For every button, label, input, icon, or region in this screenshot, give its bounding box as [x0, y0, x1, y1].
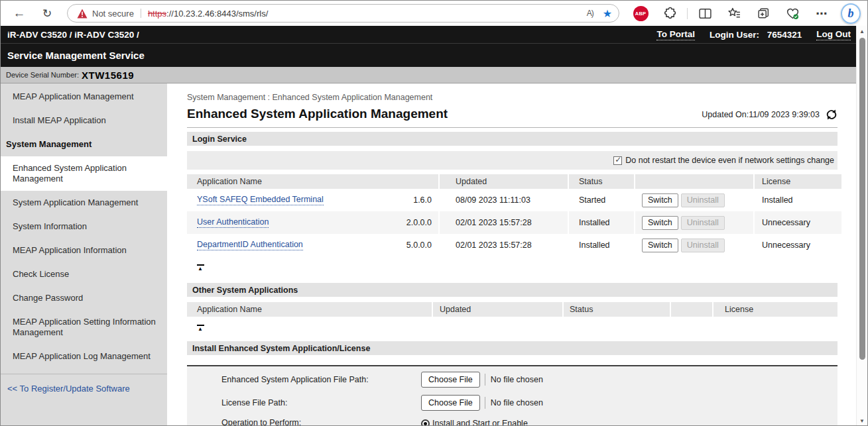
app-link-ysoft-safeq[interactable]: YSoft SAFEQ Embedded Terminal [197, 195, 324, 205]
serial-bar: Device Serial Number: XTW15619 [1, 67, 857, 83]
app-updated: 02/01 2023 15:57:28 [456, 240, 532, 250]
col-status: Status [579, 177, 602, 186]
app-updated: 08/09 2023 11:11:03 [456, 195, 530, 205]
sidebar-item-change-password[interactable]: Change Password [1, 286, 167, 310]
url-scheme: https [148, 9, 166, 19]
uninstall-button[interactable]: Uninstall [681, 193, 725, 207]
app-version: 5.0.0.0 [406, 240, 438, 250]
to-portal-link[interactable]: To Portal [656, 29, 695, 40]
app-status: Installed [579, 240, 610, 250]
section-login-service: Login Service [187, 132, 837, 146]
to-register-update-software-link[interactable]: << To Register/Update Software [7, 384, 130, 394]
toolbar-extensions-area: ABP [626, 3, 863, 23]
login-user-value: 7654321 [767, 30, 802, 40]
app-status: Installed [579, 218, 610, 227]
do-not-restart-checkbox[interactable] [613, 156, 622, 165]
scrollbar-thumb[interactable] [859, 38, 865, 360]
app-version: 1.6.0 [413, 195, 438, 205]
sidebar-item-system-application-management[interactable]: System Application Management [1, 191, 167, 215]
favorite-star-icon[interactable]: ★ [603, 7, 612, 20]
favorites-icon[interactable] [724, 3, 744, 23]
app-link-user-authentication[interactable]: User Authentication [197, 217, 269, 228]
restart-option-row: Do not restart the device even if networ… [187, 151, 837, 170]
switch-button[interactable]: Switch [642, 193, 678, 207]
read-aloud-icon[interactable]: A) [587, 9, 593, 18]
sidebar-item-meap-application-information[interactable]: MEAP Application Information [1, 239, 167, 262]
logout-link[interactable]: Log Out [816, 29, 851, 40]
page-title: Enhanced System Application Management [187, 106, 448, 122]
radio-install-and-start-label: Install and Start or Enable [432, 419, 528, 426]
uninstall-button[interactable]: Uninstall [681, 239, 725, 252]
operation-to-perform-label: Operation to Perform: [221, 418, 421, 426]
col-license: License [762, 177, 790, 186]
col-updated: Updated [440, 305, 471, 314]
collections-icon[interactable] [753, 3, 773, 23]
sidebar-item-meap-application-log-management[interactable]: MEAP Application Log Management [1, 345, 167, 368]
license-file-status: No file chosen [491, 398, 543, 407]
app-version: 2.0.0.0 [406, 218, 438, 227]
not-secure-label: Not secure [92, 9, 134, 19]
adblock-plus-icon[interactable]: ABP [633, 6, 649, 21]
license-file-choose-button[interactable]: Choose File [421, 395, 480, 411]
device-header: iR-ADV C3520 / iR-ADV C3520 / To Portal … [1, 26, 857, 43]
radio-install-and-start[interactable] [421, 419, 430, 426]
bing-chat-icon[interactable]: b [841, 3, 861, 24]
do-not-restart-label: Do not restart the device even if networ… [625, 156, 834, 165]
col-license: License [725, 305, 753, 314]
table-row: DepartmentID Authentication 5.0.0.0 [187, 234, 438, 256]
serial-label: Device Serial Number: [6, 71, 79, 79]
url-bar[interactable]: Not secure https ://10.23.2.46:8443/sms/… [67, 4, 619, 23]
not-secure-warning-icon [77, 9, 88, 19]
uninstall-button[interactable]: Uninstall [681, 216, 725, 230]
serial-value: XTW15619 [82, 70, 134, 81]
col-updated: Updated [456, 177, 487, 186]
login-service-table: Application Name Updated Status License … [187, 174, 837, 256]
app-status: Started [579, 195, 605, 205]
other-apps-heading: Other System Applications [192, 286, 298, 295]
service-title: Service Management Service [7, 50, 145, 61]
updated-on-text: Updated On:11/09 2023 9:39:03 [702, 110, 820, 119]
switch-button[interactable]: Switch [642, 239, 678, 252]
install-heading: Install Enhanced System Application/Lice… [192, 344, 370, 353]
scroll-down-icon[interactable]: ▼ [859, 415, 865, 426]
sidebar-section-system-management: System Management [1, 133, 167, 156]
url-divider [141, 9, 141, 18]
license-file-path-label: License File Path: [221, 398, 421, 407]
sidebar-item-system-information[interactable]: System Information [1, 215, 167, 239]
page-scrollbar[interactable]: ▲ ▼ [856, 26, 867, 426]
login-user-label: Login User: [710, 30, 759, 40]
browser-window: ← ↻ Not secure https ://10.23.2.46:8443/… [0, 0, 868, 426]
login-user: Login User: 7654321 [710, 30, 802, 40]
section-install-enhanced-system-application: Install Enhanced System Application/Lice… [187, 341, 837, 355]
sidebar: MEAP Application Management Install MEAP… [1, 83, 167, 426]
table-row: YSoft SAFEQ Embedded Terminal 1.6.0 [187, 189, 438, 211]
back-icon[interactable]: ← [10, 4, 29, 23]
sidebar-item-check-license[interactable]: Check License [1, 262, 167, 286]
install-form: Enhanced System Application File Path: C… [187, 365, 837, 426]
sidebar-item-install-meap-application[interactable]: Install MEAP Application [1, 109, 167, 133]
extensions-icon[interactable] [660, 3, 680, 23]
reload-status-icon[interactable] [826, 109, 837, 121]
back-to-top-icon[interactable]: ▲ [196, 325, 205, 332]
split-screen-icon[interactable] [695, 3, 715, 23]
url-text: ://10.23.2.46:8443/sms/rls/ [166, 9, 268, 19]
app-license: Unnecessary [762, 218, 810, 227]
settings-more-icon[interactable]: ⋯ [816, 7, 828, 21]
sidebar-item-meap-application-setting-information-management[interactable]: MEAP Application Setting Information Man… [1, 310, 167, 345]
service-title-bar: Service Management Service [1, 43, 857, 67]
app-file-status: No file chosen [491, 375, 543, 384]
app-link-departmentid-authentication[interactable]: DepartmentID Authentication [197, 240, 303, 250]
sidebar-item-enhanced-system-application-management[interactable]: Enhanced System Application Management [1, 156, 167, 191]
refresh-icon[interactable]: ↻ [38, 4, 56, 23]
sidebar-item-meap-application-management[interactable]: MEAP Application Management [1, 85, 167, 109]
app-updated: 02/01 2023 15:57:28 [456, 218, 532, 227]
app-file-path-label: Enhanced System Application File Path: [221, 375, 421, 384]
browser-essentials-icon[interactable] [782, 3, 802, 23]
main-content: System Management : Enhanced System Appl… [167, 83, 857, 426]
section-other-system-applications: Other System Applications [187, 283, 837, 297]
scroll-up-icon[interactable]: ▲ [859, 26, 865, 36]
switch-button[interactable]: Switch [642, 216, 678, 230]
app-file-choose-button[interactable]: Choose File [421, 372, 480, 388]
browser-toolbar: ← ↻ Not secure https ://10.23.2.46:8443/… [1, 1, 868, 26]
back-to-top-icon[interactable]: ▲ [196, 264, 205, 272]
